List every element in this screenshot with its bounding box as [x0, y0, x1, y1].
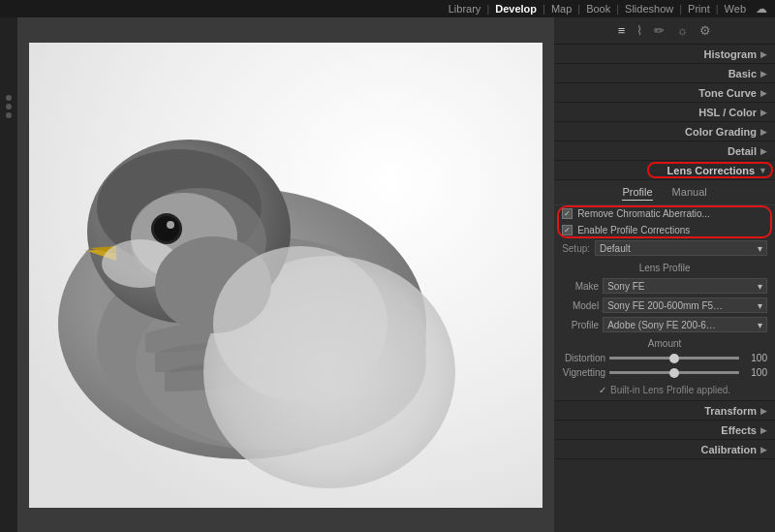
main-content: ≡ ⌇ ✏ ☼ ⚙ Histogram ▶ Basic ▶ Tone Curve… [0, 17, 775, 532]
model-value: Sony FE 200-600mm F5.6-6.3 G OSS [607, 300, 724, 311]
photo-display [29, 43, 542, 508]
nav-web[interactable]: Web [719, 0, 752, 17]
basic-arrow: ▶ [760, 69, 767, 78]
tone-curve-arrow: ▶ [760, 88, 767, 98]
make-label: Make [562, 281, 599, 292]
nav-library[interactable]: Library [443, 0, 487, 17]
calibration-label: Calibration [701, 444, 757, 455]
make-dropdown[interactable]: Sony FE ▾ [603, 278, 767, 294]
profile-field-row: Profile Adobe (Sony FE 200-600mm F5.6-6.… [554, 315, 775, 334]
vignetting-thumb[interactable] [669, 368, 679, 378]
distortion-value: 100 [743, 353, 767, 363]
builtin-checkmark-icon: ✓ [599, 385, 606, 395]
distortion-thumb[interactable] [669, 354, 679, 363]
vignetting-slider-row: Vignetting 100 [554, 365, 775, 380]
transform-arrow: ▶ [760, 406, 767, 416]
model-field-row: Model Sony FE 200-600mm F5.6-6.3 G OSS ▾ [554, 296, 775, 315]
make-arrow: ▾ [758, 281, 762, 292]
color-grading-label: Color Grading [685, 126, 757, 138]
tab-profile[interactable]: Profile [622, 186, 652, 201]
basic-section-header[interactable]: Basic ▶ [554, 64, 775, 83]
checkbox-profile-label: Enable Profile Corrections [577, 225, 690, 235]
model-label: Model [562, 300, 599, 311]
detail-icon[interactable]: ☼ [676, 23, 688, 38]
lens-corrections-panel: Lens Corrections ▼ Profile Manual Remove… [554, 161, 775, 401]
bird-photo [29, 43, 542, 508]
calibration-arrow: ▶ [760, 445, 767, 454]
histogram-arrow: ▶ [760, 49, 767, 59]
profile-value: Adobe (Sony FE 200-600mm F5.6-6.3 G OSS) [607, 320, 719, 330]
distortion-slider-row: Distortion 100 [554, 351, 775, 365]
setup-dropdown-arrow: ▾ [758, 243, 762, 254]
color-icon[interactable]: ✏ [654, 23, 665, 38]
color-grading-arrow: ▶ [760, 127, 767, 137]
hsl-arrow: ▶ [760, 108, 767, 117]
make-value: Sony FE [607, 281, 644, 292]
lens-corrections-arrow: ▼ [759, 166, 767, 175]
svg-point-11 [154, 216, 179, 241]
nav-print[interactable]: Print [682, 0, 716, 17]
svg-point-15 [213, 246, 388, 401]
vignetting-label: Vignetting [562, 367, 605, 378]
profile-arrow: ▾ [758, 320, 762, 330]
distortion-label: Distortion [562, 353, 605, 363]
model-dropdown[interactable]: Sony FE 200-600mm F5.6-6.3 G OSS ▾ [603, 297, 767, 313]
vignetting-value: 100 [743, 367, 767, 378]
tab-manual[interactable]: Manual [672, 186, 707, 201]
histogram-label: Histogram [704, 48, 757, 60]
checkbox-chromatic[interactable] [562, 208, 573, 219]
basic-label: Basic [728, 68, 757, 79]
checkbox-chromatic-label: Remove Chromatic Aberratio... [577, 208, 710, 219]
detail-section-header[interactable]: Detail ▶ [554, 141, 775, 161]
histogram-section-header[interactable]: Histogram ▶ [554, 45, 775, 64]
lens-tabs-row: Profile Manual [554, 180, 775, 205]
builtin-lens-label: ✓ Built-in Lens Profile applied. [554, 380, 775, 400]
distortion-slider[interactable] [609, 357, 739, 360]
checkbox-profile-row: Enable Profile Corrections [554, 222, 775, 238]
tone-curve-label: Tone Curve [698, 87, 757, 99]
builtin-label-text: Built-in Lens Profile applied. [610, 385, 730, 395]
detail-label: Detail [728, 145, 757, 157]
setup-value: Default [600, 243, 631, 254]
effects-section-header[interactable]: Effects ▶ [554, 421, 775, 440]
detail-arrow: ▶ [760, 146, 767, 156]
effects-arrow: ▶ [760, 425, 767, 435]
panel-icons-row: ≡ ⌇ ✏ ☼ ⚙ [554, 17, 775, 45]
lens-profile-subsection-label: Lens Profile [554, 258, 775, 276]
checkbox-profile[interactable] [562, 225, 573, 235]
hsl-section-header[interactable]: HSL / Color ▶ [554, 103, 775, 122]
setup-dropdown[interactable]: Default ▾ [595, 240, 767, 256]
right-panel: ≡ ⌇ ✏ ☼ ⚙ Histogram ▶ Basic ▶ Tone Curve… [554, 17, 775, 532]
tone-curve-icon[interactable]: ⌇ [636, 23, 642, 38]
cloud-sync-icon: ☁ [752, 2, 767, 16]
lens-corrections-label: Lens Corrections [667, 165, 755, 176]
nav-map[interactable]: Map [545, 0, 577, 17]
lens-corrections-header[interactable]: Lens Corrections ▼ [554, 161, 775, 180]
calibration-section-header[interactable]: Calibration ▶ [554, 440, 775, 459]
transform-section-header[interactable]: Transform ▶ [554, 401, 775, 421]
checkboxes-container: Remove Chromatic Aberratio... Enable Pro… [554, 205, 775, 238]
left-panel-strip [0, 17, 17, 532]
transform-label: Transform [704, 405, 757, 417]
vignetting-slider[interactable] [609, 371, 739, 374]
setup-label: Setup: [562, 243, 590, 254]
profile-label: Profile [562, 320, 599, 330]
strip-dot [6, 112, 12, 118]
svg-point-12 [167, 221, 174, 229]
nav-slideshow[interactable]: Slideshow [619, 0, 679, 17]
profile-dropdown[interactable]: Adobe (Sony FE 200-600mm F5.6-6.3 G OSS)… [603, 317, 767, 332]
checkbox-chromatic-row: Remove Chromatic Aberratio... [554, 205, 775, 222]
tone-curve-section-header[interactable]: Tone Curve ▶ [554, 83, 775, 103]
histogram-panel-icon[interactable]: ≡ [618, 23, 626, 38]
nav-book[interactable]: Book [580, 0, 616, 17]
strip-dot [6, 95, 12, 101]
color-grading-section-header[interactable]: Color Grading ▶ [554, 122, 775, 141]
amount-label: Amount [554, 334, 775, 351]
lens-icon[interactable]: ⚙ [699, 23, 711, 38]
hsl-label: HSL / Color [698, 107, 757, 118]
nav-develop[interactable]: Develop [489, 0, 542, 17]
strip-dot [6, 104, 12, 110]
top-nav-bar: Library | Develop | Map | Book | Slidesh… [0, 0, 775, 17]
effects-label: Effects [721, 424, 757, 436]
make-field-row: Make Sony FE ▾ [554, 276, 775, 296]
